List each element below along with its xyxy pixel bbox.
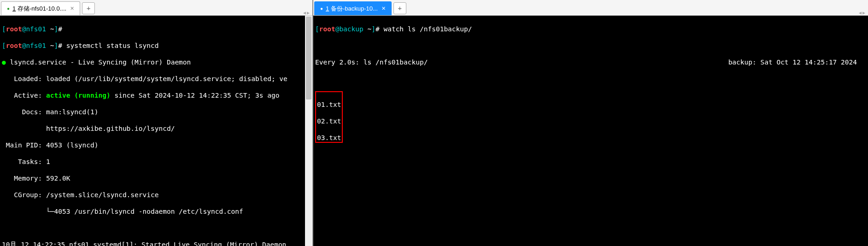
- tab-bar-left: 1 存储-nfs01-10.0.... ✕ + ◀ ▶: [0, 0, 312, 16]
- add-tab-button[interactable]: +: [82, 2, 95, 14]
- terminal-wrapper-right: [root@backup ~]# watch ls /nfs01backup/ …: [313, 16, 868, 246]
- tab-next-icon[interactable]: ▶: [862, 10, 865, 15]
- tab-prev-icon[interactable]: ◀: [303, 10, 306, 15]
- tab-nav-arrows: ◀ ▶: [859, 10, 868, 15]
- tab-next-icon[interactable]: ▶: [307, 10, 310, 15]
- tab-backup[interactable]: 1 备份-backup-10... ✕: [314, 1, 392, 15]
- tab-label: 备份-backup-10...: [331, 5, 378, 13]
- terminal-left[interactable]: [root@nfs01 ~]# [root@nfs01 ~]# systemct…: [0, 16, 305, 246]
- watch-header-right: backup: Sat Oct 12 14:25:17 2024: [728, 58, 857, 66]
- tab-number: 1: [326, 5, 329, 12]
- tab-prev-icon[interactable]: ◀: [859, 10, 862, 15]
- left-pane: 1 存储-nfs01-10.0.... ✕ + ◀ ▶ [root@nfs01 …: [0, 0, 313, 246]
- scrollbar[interactable]: [305, 16, 312, 246]
- tab-label: 存储-nfs01-10.0....: [18, 5, 66, 13]
- close-icon[interactable]: ✕: [70, 6, 74, 12]
- terminal-wrapper-left: [root@nfs01 ~]# [root@nfs01 ~]# systemct…: [0, 16, 312, 246]
- watch-header-left: Every 2.0s: ls /nfs01backup/: [315, 58, 428, 66]
- tab-nfs01[interactable]: 1 存储-nfs01-10.0.... ✕: [1, 1, 80, 15]
- right-pane: 1 备份-backup-10... ✕ + ◀ ▶ [root@backup ~…: [313, 0, 868, 246]
- terminal-right[interactable]: [root@backup ~]# watch ls /nfs01backup/ …: [313, 16, 868, 246]
- close-icon[interactable]: ✕: [381, 6, 386, 12]
- tab-bar-right: 1 备份-backup-10... ✕ + ◀ ▶: [313, 0, 868, 16]
- tab-nav-arrows: ◀ ▶: [303, 10, 312, 15]
- add-tab-button[interactable]: +: [393, 2, 406, 14]
- scrollbar-thumb[interactable]: [306, 17, 311, 100]
- tab-number: 1: [12, 5, 16, 12]
- highlighted-output: 01.txt 02.txt 03.txt: [315, 91, 343, 143]
